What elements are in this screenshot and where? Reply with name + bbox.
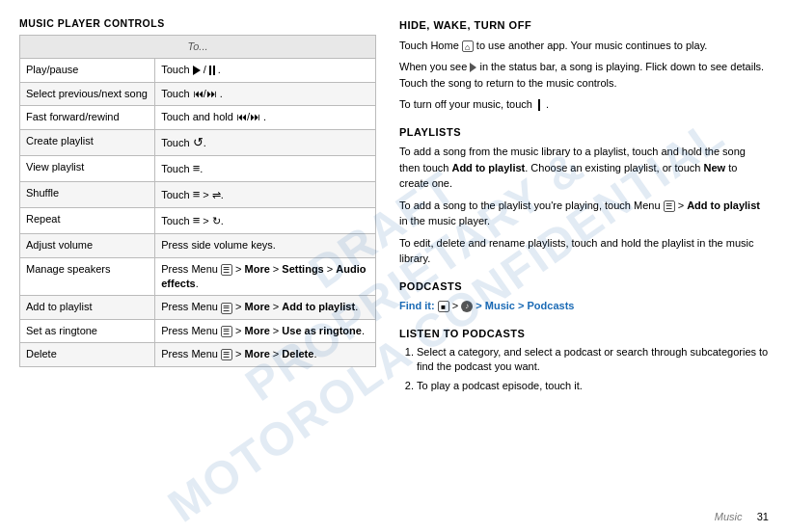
desc-cell: Touch ⏮/⏭ .: [155, 82, 376, 105]
playlists-title: PLAYLISTS: [399, 124, 769, 141]
controls-table: To... Play/pauseTouch / .Select previous…: [19, 35, 376, 367]
action-cell: Adjust volume: [20, 234, 155, 257]
find-it-label: Find it:: [399, 300, 435, 311]
playlists-p3: To edit, delete and rename playlists, to…: [399, 235, 769, 267]
hide-p3: To turn off your music, touch .: [399, 96, 769, 113]
desc-cell: Press Menu ☰ > More > Delete.: [155, 343, 376, 366]
find-it-path: > Music > Podcasts: [476, 300, 574, 311]
table-row: Fast forward/rewindTouch and hold ⏮/⏭ .: [20, 106, 376, 129]
desc-cell: Press Menu ☰ > More > Use as ringtone.: [155, 319, 376, 342]
action-cell: Select previous/next song: [20, 82, 155, 105]
desc-cell: Press Menu ☰ > More > Add to playlist.: [155, 296, 376, 319]
playlists-p1: To add a song from the music library to …: [399, 144, 769, 192]
table-row: View playlistTouch ≡.: [20, 155, 376, 181]
podcast-step-2: To play a podcast episode, touch it.: [417, 379, 769, 393]
table-row: ShuffleTouch ≡ > ⇌.: [20, 181, 376, 207]
right-column: HIDE, WAKE, TURN OFF Touch Home ⌂ to use…: [399, 17, 769, 522]
hide-p1: Touch Home ⌂ to use another app. Your mu…: [399, 38, 769, 54]
desc-cell: Touch ≡ > ↻.: [155, 208, 376, 234]
desc-cell: Touch / .: [155, 59, 376, 82]
table-row: Adjust volumePress side volume keys.: [20, 234, 376, 257]
hide-p2: When you see in the status bar, a song i…: [399, 59, 769, 91]
table-header-to: To...: [20, 36, 376, 59]
action-cell: View playlist: [20, 155, 155, 181]
left-column: MUSIC PLAYER CONTROLS To... Play/pauseTo…: [19, 17, 376, 522]
table-row: Set as ringtonePress Menu ☰ > More > Use…: [20, 319, 376, 342]
desc-cell: Touch and hold ⏮/⏭ .: [155, 106, 376, 129]
action-cell: Delete: [20, 343, 155, 366]
table-row: Play/pauseTouch / .: [20, 59, 376, 82]
table-row: Create playlistTouch ↺.: [20, 129, 376, 155]
action-cell: Fast forward/rewind: [20, 106, 155, 129]
action-cell: Set as ringtone: [20, 319, 155, 342]
desc-cell: Touch ≡.: [155, 155, 376, 181]
desc-cell: Touch ↺.: [155, 129, 376, 155]
table-row: Select previous/next songTouch ⏮/⏭ .: [20, 82, 376, 105]
find-it: Find it: ■ > ♪ > Music > Podcasts: [399, 298, 769, 314]
section-title-music-controls: MUSIC PLAYER CONTROLS: [19, 17, 376, 29]
podcast-steps: Select a category, and select a podcast …: [417, 345, 769, 393]
desc-cell: Press side volume keys.: [155, 234, 376, 257]
table-row: Add to playlistPress Menu ☰ > More > Add…: [20, 296, 376, 319]
action-cell: Shuffle: [20, 181, 155, 207]
table-row: RepeatTouch ≡ > ↻.: [20, 208, 376, 234]
podcast-step-1: Select a category, and select a podcast …: [417, 345, 769, 375]
table-row: DeletePress Menu ☰ > More > Delete.: [20, 343, 376, 366]
playlists-p2: To add a song to the playlist you're pla…: [399, 198, 769, 229]
page-label: Music: [715, 511, 743, 522]
action-cell: Manage speakers: [20, 257, 155, 296]
action-cell: Add to playlist: [20, 296, 155, 319]
table-row: Manage speakersPress Menu ☰ > More > Set…: [20, 257, 376, 296]
desc-cell: Press Menu ☰ > More > Settings > Audio e…: [155, 257, 376, 296]
page-number-area: Music 31: [715, 511, 769, 522]
desc-cell: Touch ≡ > ⇌.: [155, 181, 376, 207]
hide-wake-title: HIDE, WAKE, TURN OFF: [399, 17, 769, 34]
action-cell: Create playlist: [20, 129, 155, 155]
page-number: 31: [757, 511, 769, 522]
action-cell: Repeat: [20, 208, 155, 234]
podcasts-title: PODCASTS: [399, 279, 769, 295]
listen-title: LISTEN TO PODCASTS: [399, 326, 769, 342]
action-cell: Play/pause: [20, 59, 155, 82]
